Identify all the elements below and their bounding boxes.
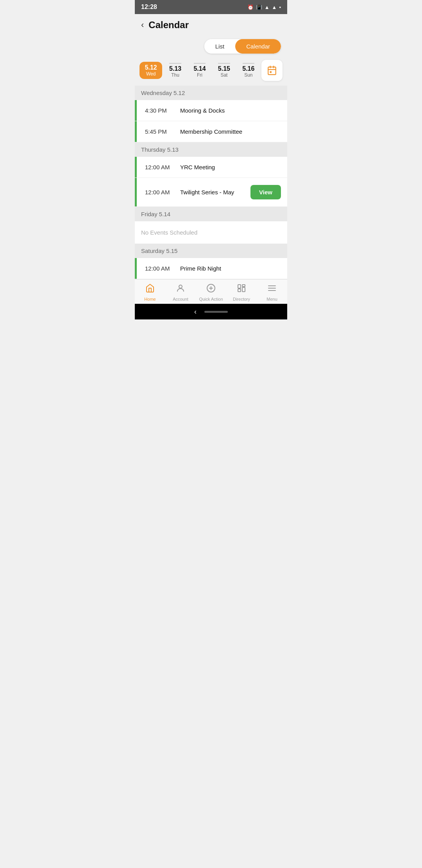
nav-item-menu[interactable]: Menu [257,283,287,301]
event-title: YRC Meeting [180,164,281,170]
event-title: Membership Committee [180,128,281,135]
event-mooring-docks[interactable]: 4:30 PM Mooring & Docks [135,100,287,121]
status-bar: 12:28 ⏰ 📳 ▲ ▲ ▪ [135,0,287,14]
event-time: 12:00 AM [141,164,180,170]
event-indicator [135,157,137,178]
calendar-icon [267,65,277,75]
sys-home-pill[interactable] [204,311,228,313]
calendar-icon-button[interactable] [261,60,283,81]
alarm-icon: ⏰ [247,4,254,10]
day-header-thu: Thursday 5.13 [135,142,287,157]
nav-label-quick-action: Quick Action [199,297,223,301]
date-day-512: Wed [146,71,156,77]
list-view-button[interactable]: List [204,39,235,54]
home-icon [145,283,155,295]
day-header-wed: Wednesday 5.12 [135,86,287,100]
date-item-512[interactable]: 5.12 Wed [139,62,162,79]
date-num-514: 5.14 [193,65,206,72]
sys-back-icon[interactable]: ‹ [194,308,197,316]
system-nav-bar: ‹ [135,304,287,319]
nav-item-directory[interactable]: Directory [226,283,257,301]
date-num-513: 5.13 [169,65,181,72]
event-time: 12:00 AM [141,189,180,195]
status-time: 12:28 [141,4,157,11]
date-item-514[interactable]: 5.14 Fri [188,61,211,80]
date-num-516: 5.16 [242,65,254,72]
date-item-515[interactable]: 5.15 Sat [213,61,235,80]
date-day-513: Thu [171,72,179,78]
svg-rect-12 [242,287,245,292]
date-day-515: Sat [220,72,227,78]
event-indicator [135,100,137,121]
date-num-515: 5.15 [218,65,230,72]
event-indicator [135,121,137,142]
event-title: Twilight Series - May [180,189,250,195]
event-prime-rib-night[interactable]: 12:00 AM Prime Rib Night [135,258,287,279]
nav-label-home: Home [144,297,156,301]
view-toggle: List Calendar [135,36,287,58]
wifi-icon: ▲ [265,4,270,10]
event-yrc-meeting[interactable]: 12:00 AM YRC Meeting [135,157,287,178]
event-time: 12:00 AM [141,265,180,272]
day-header-fri: Friday 5.14 [135,207,287,221]
svg-rect-10 [238,289,241,292]
svg-rect-4 [270,71,272,73]
account-icon [176,283,185,295]
nav-label-directory: Directory [233,297,250,301]
event-time: 5:45 PM [141,128,180,135]
date-strip: 5.12 Wed 5.13 Thu 5.14 Fri 5.15 Sat 5.16… [135,58,287,86]
content-area: Wednesday 5.12 4:30 PM Mooring & Docks 5… [135,86,287,279]
event-title: Prime Rib Night [180,265,281,272]
event-title: Mooring & Docks [180,107,281,114]
svg-rect-0 [268,67,276,75]
menu-icon [267,283,277,295]
back-button[interactable]: ‹ [141,20,144,30]
plus-circle-icon [206,283,216,295]
view-event-button[interactable]: View [250,185,281,199]
vibrate-icon: 📳 [256,4,262,10]
day-header-sat: Saturday 5.15 [135,244,287,258]
page-title: Calendar [148,20,189,30]
date-day-516: Sun [244,72,252,78]
event-twilight-series[interactable]: 12:00 AM Twilight Series - May View [135,178,287,207]
status-icons: ⏰ 📳 ▲ ▲ ▪ [247,4,281,10]
date-num-512: 5.12 [145,64,157,71]
calendar-view-button[interactable]: Calendar [235,39,281,54]
date-item-516[interactable]: 5.16 Sun [237,61,260,80]
no-events-message: No Events Scheduled [135,221,287,244]
battery-icon: ▪ [279,4,281,10]
nav-item-home[interactable]: Home [135,283,165,301]
event-indicator [135,258,137,279]
directory-icon [237,283,246,295]
nav-item-quick-action[interactable]: Quick Action [196,283,226,301]
svg-rect-11 [242,285,245,287]
event-indicator [135,178,137,206]
toggle-container: List Calendar [204,39,281,54]
nav-label-account: Account [173,297,188,301]
bottom-nav: Home Account Quick Action [135,279,287,304]
svg-rect-9 [238,285,241,288]
svg-point-5 [179,285,182,288]
header: ‹ Calendar [135,14,287,36]
date-item-513[interactable]: 5.13 Thu [164,61,186,80]
event-membership-committee[interactable]: 5:45 PM Membership Committee [135,121,287,142]
nav-item-account[interactable]: Account [165,283,196,301]
signal-icon: ▲ [272,4,277,10]
date-day-514: Fri [197,72,202,78]
nav-label-menu: Menu [266,297,277,301]
event-time: 4:30 PM [141,107,180,114]
